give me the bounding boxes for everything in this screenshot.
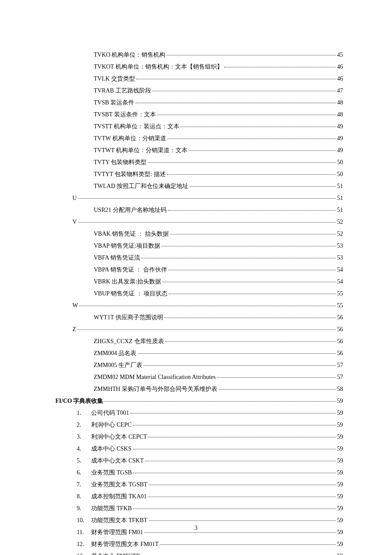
toc-marker: 13. [77,550,91,555]
toc-page-ref: 59 [337,455,343,467]
toc-entry[interactable]: ZHGXS_CCXZ 仓库性质表56 [55,335,343,347]
toc-marker: 5. [77,455,91,467]
toc-entry[interactable]: 5.成本中心文本 CSKT59 [55,455,343,467]
toc-label: VBRK 出具发票:抬头数据 [94,276,161,288]
toc-entry[interactable]: TVTW 机构单位：分销渠道49 [55,133,343,145]
toc-label: TVTW 机构单位：分销渠道 [94,133,166,145]
toc-page-ref: 56 [337,312,343,324]
toc-entry[interactable]: FI/CO 字典表收集59 [55,395,343,407]
toc-leader-dots [78,198,336,199]
toc-label: VBAK 销售凭证 ： 抬头数据 [94,228,169,240]
toc-entry[interactable]: VBPA 销售凭证 ： 合作伙伴54 [55,264,343,276]
toc-leader-dots [133,509,336,509]
toc-leader-dots [148,437,336,437]
toc-entry[interactable]: TVTWT 机构单位：分销渠道：文本49 [55,145,343,156]
toc-entry[interactable]: VBAK 销售凭证 ： 抬头数据52 [55,228,343,240]
toc-marker: 6. [77,467,91,479]
toc-page-ref: 50 [337,156,343,168]
toc-entry[interactable]: TVLK 交货类型46 [55,73,343,85]
toc-marker: 3. [77,431,91,443]
toc-label: 基金中心 FMFCTR [91,550,140,555]
toc-entry[interactable]: TVTY 包装物料类型50 [55,156,343,168]
toc-leader-dots [162,282,336,282]
toc-entry[interactable]: 6.业务范围 TGSB59 [55,467,343,479]
toc-entry[interactable]: ZMMHTH 采购订单号与外部合同号关系维护表58 [55,383,343,395]
toc-label: 成本中心 CSKS [91,443,132,455]
toc-page-ref: 51 [337,180,343,192]
toc-entry[interactable]: ZMDM02 MDM Material Classification Attri… [55,371,343,383]
toc-entry[interactable]: 3.利润中心文本 CEPCT59 [55,431,343,443]
toc-leader-dots [224,67,336,67]
toc-leader-dots [169,294,336,294]
toc-entry[interactable]: TWLAD 按照工厂和仓位来确定地址51 [55,180,343,192]
page-number: 3 [0,525,392,532]
toc-entry[interactable]: 9.功能范围 TFKB59 [55,503,343,515]
toc-label: FI/CO 字典表收集 [55,395,103,407]
toc-entry[interactable]: ZMM004 品名表56 [55,347,343,359]
toc-leader-dots [145,461,336,461]
toc-entry[interactable]: 2.利润中心 CEPC59 [55,419,343,431]
toc-page-ref: 45 [337,49,343,61]
toc-label: 业务范围 TGSB [91,467,132,479]
toc-leader-dots [160,544,336,545]
toc-entry[interactable]: 13.基金中心 FMFCTR59 [55,550,343,555]
toc-entry[interactable]: VBAP 销售凭证:项目数据53 [55,240,343,252]
toc-label: ZMM004 品名表 [94,347,136,359]
toc-leader-dots [149,485,336,485]
toc-label: V [72,216,77,228]
toc-leader-dots [78,222,336,223]
toc-leader-dots [135,103,336,103]
toc-entry[interactable]: VBFA 销售凭证流53 [55,252,343,264]
toc-label: 成本控制范围 TKA01 [91,491,147,503]
toc-entry[interactable]: VBRK 出具发票:抬头数据54 [55,276,343,288]
toc-page-ref: 58 [337,383,343,395]
toc-label: TVTYT 包装物料类型: 描述 [94,168,166,180]
toc-page-ref: 56 [337,324,343,335]
toc-entry[interactable]: TVSB 装运条件48 [55,97,343,109]
toc-label: VBAP 销售凭证:项目数据 [94,240,160,252]
toc-leader-dots [189,150,336,151]
toc-label: ZMDM02 MDM Material Classification Attri… [94,371,216,383]
toc-entry[interactable]: 12.财务管理范围文本 FM01T59 [55,538,343,550]
toc-label: USR21 分配用户名称地址码 [94,204,167,216]
toc-marker: 8. [77,491,91,503]
toc-entry[interactable]: ZMM005 生产厂表57 [55,359,343,371]
toc-entry[interactable]: 8.成本控制范围 TKA0159 [55,491,343,503]
toc-page-ref: 50 [337,168,343,180]
toc-entry[interactable]: TVRAB 工艺路线阶段47 [55,85,343,97]
toc-entry[interactable]: VBUP 销售凭证 ： 项目状态55 [55,288,343,300]
toc-entry[interactable]: TVKO 机构单位：销售机构45 [55,49,343,61]
toc-marker: 12. [77,538,91,550]
toc-entry[interactable]: W55 [55,300,343,312]
toc-label: TVKO 机构单位：销售机构 [94,49,165,61]
toc-page-ref: 52 [337,228,343,240]
toc-entry[interactable]: TVSTT 机构单位：装运点：文本49 [55,121,343,133]
toc-page-ref: 52 [337,216,343,228]
toc-entry[interactable]: USR21 分配用户名称地址码51 [55,204,343,216]
toc-entry[interactable]: TVSBT 装运条件：文本48 [55,109,343,121]
toc-label: 功能范围 TFKB [91,503,132,515]
toc-label: Z [72,324,76,335]
toc-page-ref: 48 [337,97,343,109]
toc-entry[interactable]: 4.成本中心 CSKS59 [55,443,343,455]
toc-entry[interactable]: WYT1T 供应商子范围说明56 [55,312,343,324]
toc-label: VBFA 销售凭证流 [94,252,140,264]
toc-entry[interactable]: 7.业务范围文本 TGSBT59 [55,479,343,491]
toc-entry[interactable]: Z56 [55,324,343,335]
toc-entry[interactable]: V52 [55,216,343,228]
toc-leader-dots [133,449,336,449]
toc-entry[interactable]: 1.公司代码 T00159 [55,407,343,419]
toc-label: ZHGXS_CCXZ 仓库性质表 [94,335,164,347]
toc-entry[interactable]: TVTYT 包装物料类型: 描述50 [55,168,343,180]
table-of-contents: TVKO 机构单位：销售机构45TVKOT 机构单位：销售机构：文本【销售组织】… [55,49,343,555]
toc-marker: 9. [77,503,91,515]
document-page: TVKO 机构单位：销售机构45TVKOT 机构单位：销售机构：文本【销售组织】… [0,0,392,555]
toc-leader-dots [148,162,336,163]
toc-page-ref: 46 [337,61,343,73]
toc-leader-dots [144,532,336,533]
toc-page-ref: 56 [337,335,343,347]
toc-page-ref: 59 [337,407,343,419]
toc-label: TVLK 交货类型 [94,73,135,85]
toc-entry[interactable]: U51 [55,192,343,204]
toc-entry[interactable]: TVKOT 机构单位：销售机构：文本【销售组织】46 [55,61,343,73]
